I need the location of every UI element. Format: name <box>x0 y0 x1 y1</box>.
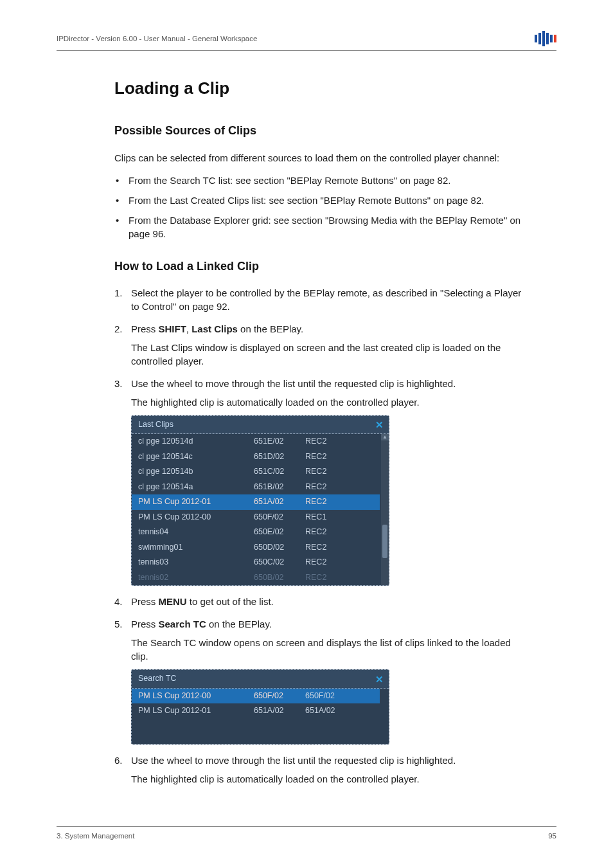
clip-name: tennis02 <box>138 572 254 584</box>
clip-name: PM LS Cup 2012-01 <box>138 496 254 508</box>
footer-section: 3. System Management <box>57 831 134 841</box>
logo-bar-icon <box>554 35 556 42</box>
scroll-thumb[interactable] <box>382 525 387 558</box>
search-tc-window: Search TC ✕ PM LS Cup 2012-00 650F/02 65… <box>131 669 389 745</box>
clip-rec: REC2 <box>305 527 373 538</box>
step-text: Use the wheel to move through the list u… <box>131 755 456 766</box>
clip-code: 651A/02 <box>254 496 305 508</box>
list-item[interactable]: PM LS Cup 2012-00 650F/02 REC1 <box>132 510 380 525</box>
clip-name: PM LS Cup 2012-00 <box>138 512 254 523</box>
close-icon[interactable]: ✕ <box>375 420 384 429</box>
source-bullet: From the Database Explorer grid: see sec… <box>114 213 526 240</box>
key-menu: MENU <box>159 596 187 607</box>
step-text: Use the wheel to move through the list u… <box>131 378 456 389</box>
list-item[interactable]: tennis04 650E/02 REC2 <box>132 525 380 540</box>
possible-sources-heading: Possible Sources of Clips <box>114 123 526 139</box>
clip-name: cl pge 120514c <box>138 451 254 463</box>
clip-code: 650B/02 <box>254 572 305 584</box>
footer-page-number: 95 <box>548 831 556 841</box>
list-item[interactable]: tennis03 650C/02 REC2 <box>132 555 380 570</box>
step-3: Use the wheel to move through the list u… <box>114 377 526 586</box>
list-item[interactable]: cl pge 120514c 651D/02 REC2 <box>132 449 380 465</box>
step-text-fragment: Press <box>131 323 159 334</box>
scrollbar[interactable]: ▲ <box>381 434 389 585</box>
step-6: Use the wheel to move through the list u… <box>114 754 526 786</box>
scroll-up-icon[interactable]: ▲ <box>381 434 389 440</box>
footer-divider <box>57 826 556 827</box>
logo-bar-icon <box>542 31 545 46</box>
list-item[interactable]: cl pge 120514d 651E/02 REC2 <box>132 434 380 449</box>
step-text-fragment: to get out of the list. <box>187 596 274 607</box>
clip-code: 651A/02 <box>254 705 305 717</box>
clip-rec: REC2 <box>305 542 373 554</box>
clip-rec: REC1 <box>305 512 373 523</box>
logo-bar-icon <box>538 33 541 44</box>
clip-rec: REC2 <box>305 557 373 568</box>
clip-rec: REC2 <box>305 436 373 448</box>
close-icon[interactable]: ✕ <box>375 674 384 684</box>
step-text-fragment: on the BEPlay. <box>206 619 272 629</box>
step-4: Press MENU to get out of the list. <box>114 595 526 608</box>
list-item-selected[interactable]: PM LS Cup 2012-00 650F/02 650F/02 <box>132 689 380 704</box>
clip-rec: REC2 <box>305 451 373 463</box>
list-item[interactable]: cl pge 120514b 651C/02 REC2 <box>132 464 380 480</box>
clip-code: 651D/02 <box>254 451 305 463</box>
clip-code: 650C/02 <box>254 557 305 568</box>
clip-name: PM LS Cup 2012-00 <box>138 691 254 702</box>
list-item[interactable]: cl pge 120514a 651B/02 REC2 <box>132 480 380 495</box>
page-title: Loading a Clip <box>114 77 526 100</box>
clip-code: 650E/02 <box>254 527 305 538</box>
step-text-fragment: , <box>186 323 191 334</box>
key-search-tc: Search TC <box>159 619 206 629</box>
logo-bar-icon <box>535 35 537 42</box>
source-bullet: From the Search TC list: see section "BE… <box>114 174 526 187</box>
clip-name: cl pge 120514a <box>138 482 254 493</box>
doc-header: IPDirector - Version 6.00 - User Manual … <box>57 33 257 44</box>
logo-bar-icon <box>546 33 549 44</box>
source-bullet: From the Last Created Clips list: see se… <box>114 194 526 207</box>
clip-code: 650D/02 <box>254 542 305 554</box>
clip-name: tennis03 <box>138 557 254 568</box>
logo-bar-icon <box>550 35 553 42</box>
brand-logo <box>535 31 556 46</box>
step-text: Select the player to be controlled by th… <box>131 287 521 312</box>
step-sub-text: The Last Clips window is displayed on sc… <box>131 341 526 368</box>
header-divider <box>57 50 556 51</box>
key-last-clips: Last Clips <box>191 323 238 334</box>
list-item[interactable]: PM LS Cup 2012-01 651A/02 651A/02 <box>132 703 380 719</box>
clip-rec: REC2 <box>305 466 373 478</box>
clip-code: 650F/02 <box>254 512 305 523</box>
key-shift: SHIFT <box>159 323 186 334</box>
step-text-fragment: Press <box>131 596 159 607</box>
step-text-fragment: on the BEPlay. <box>238 323 303 334</box>
step-text: Press Search TC on the BEPlay. <box>131 619 272 629</box>
clip-name: cl pge 120514b <box>138 466 254 478</box>
step-sub-text: The Search TC window opens on screen and… <box>131 636 526 663</box>
step-2: Press SHIFT, Last Clips on the BEPlay. T… <box>114 322 526 368</box>
clip-name: swimming01 <box>138 542 254 554</box>
last-clips-title: Last Clips <box>138 419 173 431</box>
clip-code: 651C/02 <box>254 466 305 478</box>
clip-name: cl pge 120514d <box>138 436 254 448</box>
list-item[interactable]: tennis02 650B/02 REC2 <box>132 570 380 586</box>
step-text: Press SHIFT, Last Clips on the BEPlay. <box>131 323 303 334</box>
clip-name: PM LS Cup 2012-01 <box>138 705 254 717</box>
list-item-selected[interactable]: PM LS Cup 2012-01 651A/02 REC2 <box>132 494 380 510</box>
list-item[interactable]: swimming01 650D/02 REC2 <box>132 540 380 556</box>
search-tc-title: Search TC <box>138 673 177 685</box>
step-text-fragment: Press <box>131 619 159 629</box>
clip-rec: REC2 <box>305 482 373 493</box>
clip-rec: 651A/02 <box>305 705 373 717</box>
step-1: Select the player to be controlled by th… <box>114 286 526 313</box>
step-5: Press Search TC on the BEPlay. The Searc… <box>114 617 526 745</box>
step-text: Press MENU to get out of the list. <box>131 596 274 607</box>
step-sub-text: The highlighted clip is automatically lo… <box>131 772 526 786</box>
clip-rec: REC2 <box>305 572 373 584</box>
clip-rec: REC2 <box>305 496 373 508</box>
clip-rec: 650F/02 <box>305 691 373 702</box>
how-to-load-heading: How to Load a Linked Clip <box>114 258 526 275</box>
clip-code: 650F/02 <box>254 691 305 702</box>
clip-name: tennis04 <box>138 527 254 538</box>
step-sub-text: The highlighted clip is automatically lo… <box>131 395 526 409</box>
clip-code: 651B/02 <box>254 482 305 493</box>
